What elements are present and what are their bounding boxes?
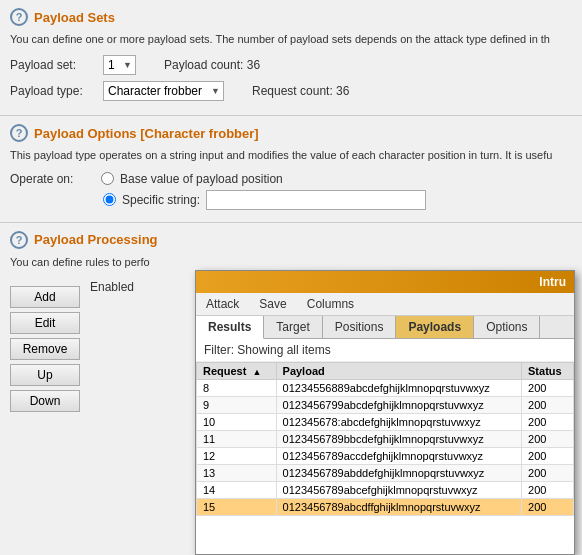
tab-target[interactable]: Target: [264, 316, 322, 338]
cell-payload: 01234556889abcdefghijklmnopqrstuvwxyz: [276, 380, 521, 397]
cell-request: 14: [197, 482, 277, 499]
tab-positions[interactable]: Positions: [323, 316, 397, 338]
cell-payload: 0123456799abcdefghijklmnopqrstuvwxyz: [276, 397, 521, 414]
base-value-radio[interactable]: [101, 172, 114, 185]
payload-processing-title: Payload Processing: [34, 232, 158, 247]
specific-string-radio[interactable]: [103, 193, 116, 206]
down-button[interactable]: Down: [10, 390, 80, 412]
menu-save[interactable]: Save: [255, 295, 290, 313]
payload-count-label: Payload count: 36: [164, 58, 260, 72]
up-button[interactable]: Up: [10, 364, 80, 386]
payload-set-label: Payload set:: [10, 58, 95, 72]
specific-string-input[interactable]: 789abcdefghijklmnopqrstuvwxyz: [206, 190, 426, 210]
tab-results[interactable]: Results: [196, 316, 264, 339]
cell-status: 200: [522, 448, 574, 465]
table-row[interactable]: 110123456789bbcdefghijklmnopqrstuvwxyz20…: [197, 431, 574, 448]
table-row[interactable]: 801234556889abcdefghijklmnopqrstuvwxyz20…: [197, 380, 574, 397]
payload-sets-title: Payload Sets: [34, 10, 115, 25]
cell-status: 200: [522, 465, 574, 482]
cell-request: 8: [197, 380, 277, 397]
menu-attack[interactable]: Attack: [202, 295, 243, 313]
payload-set-select[interactable]: 1: [103, 55, 136, 75]
request-count-label: Request count: 36: [252, 84, 349, 98]
cell-status: 200: [522, 482, 574, 499]
table-row[interactable]: 90123456799abcdefghijklmnopqrstuvwxyz200: [197, 397, 574, 414]
tab-payloads[interactable]: Payloads: [396, 316, 474, 338]
payload-type-select-wrapper[interactable]: Character frobber: [103, 81, 224, 101]
cell-status: 200: [522, 499, 574, 516]
tab-options[interactable]: Options: [474, 316, 540, 338]
cell-status: 200: [522, 380, 574, 397]
filter-bar: Filter: Showing all items: [196, 339, 574, 362]
cell-request: 10: [197, 414, 277, 431]
processing-buttons: Add Edit Remove Up Down: [10, 286, 80, 412]
payload-options-header: ? Payload Options [Character frobber]: [10, 124, 572, 142]
cell-request: 11: [197, 431, 277, 448]
menu-columns[interactable]: Columns: [303, 295, 358, 313]
specific-string-label: Specific string:: [122, 193, 200, 207]
overlay-menubar: Attack Save Columns: [196, 293, 574, 316]
col-request[interactable]: Request ▲: [197, 363, 277, 380]
table-header-row: Request ▲ Payload Status: [197, 363, 574, 380]
payload-options-title: Payload Options [Character frobber]: [34, 126, 259, 141]
payload-sets-help-icon[interactable]: ?: [10, 8, 28, 26]
add-button[interactable]: Add: [10, 286, 80, 308]
payload-options-section: ? Payload Options [Character frobber] Th…: [0, 116, 582, 222]
operate-on-row: Operate on: Base value of payload positi…: [10, 172, 572, 186]
payload-options-desc: This payload type operates on a string i…: [10, 148, 572, 163]
table-row[interactable]: 120123456789accdefghijklmnopqrstuvwxyz20…: [197, 448, 574, 465]
payload-sets-desc: You can define one or more payload sets.…: [10, 32, 572, 47]
cell-payload: 0123456789bbcdefghijklmnopqrstuvwxyz: [276, 431, 521, 448]
cell-status: 200: [522, 414, 574, 431]
payload-options-help-icon[interactable]: ?: [10, 124, 28, 142]
payload-processing-desc: You can define rules to perfo: [10, 255, 572, 270]
payload-set-row: Payload set: 1 Payload count: 36: [10, 55, 572, 75]
col-payload[interactable]: Payload: [276, 363, 521, 380]
payload-set-select-wrapper[interactable]: 1: [103, 55, 136, 75]
base-value-label: Base value of payload position: [120, 172, 283, 186]
payload-sets-header: ? Payload Sets: [10, 8, 572, 26]
overlay-titlebar: Intru: [196, 271, 574, 293]
edit-button[interactable]: Edit: [10, 312, 80, 334]
cell-payload: 012345678:abcdefghijklmnopqrstuvwxyz: [276, 414, 521, 431]
table-row[interactable]: 130123456789abddefghijklmnopqrstuvwxyz20…: [197, 465, 574, 482]
cell-request: 9: [197, 397, 277, 414]
table-row[interactable]: 140123456789abcefghijklmnopqrstuvwxyz200: [197, 482, 574, 499]
cell-request: 13: [197, 465, 277, 482]
main-panel: ? Payload Sets You can define one or mor…: [0, 0, 582, 555]
results-table-container[interactable]: Request ▲ Payload Status 801234556889abc…: [196, 362, 574, 537]
cell-request: 12: [197, 448, 277, 465]
specific-string-row: Specific string: 789abcdefghijklmnopqrst…: [103, 190, 572, 210]
cell-status: 200: [522, 397, 574, 414]
payload-processing-header: ? Payload Processing: [10, 231, 572, 249]
table-row[interactable]: 150123456789abcdffghijklmnopqrstuvwxyz20…: [197, 499, 574, 516]
overlay-title: Intru: [539, 275, 566, 289]
col-status[interactable]: Status: [522, 363, 574, 380]
cell-payload: 0123456789abcefghijklmnopqrstuvwxyz: [276, 482, 521, 499]
cell-status: 200: [522, 431, 574, 448]
results-table: Request ▲ Payload Status 801234556889abc…: [196, 362, 574, 516]
operate-on-label: Operate on:: [10, 172, 95, 186]
sort-arrow: ▲: [252, 367, 261, 377]
payload-type-row: Payload type: Character frobber Request …: [10, 81, 572, 101]
payload-type-select[interactable]: Character frobber: [103, 81, 224, 101]
cell-payload: 0123456789accdefghijklmnopqrstuvwxyz: [276, 448, 521, 465]
overlay-tabs: Results Target Positions Payloads Option…: [196, 316, 574, 339]
cell-payload: 0123456789abddefghijklmnopqrstuvwxyz: [276, 465, 521, 482]
results-tbody: 801234556889abcdefghijklmnopqrstuvwxyz20…: [197, 380, 574, 516]
payload-type-label: Payload type:: [10, 84, 95, 98]
cell-payload: 0123456789abcdffghijklmnopqrstuvwxyz: [276, 499, 521, 516]
table-row[interactable]: 10012345678:abcdefghijklmnopqrstuvwxyz20…: [197, 414, 574, 431]
cell-request: 15: [197, 499, 277, 516]
remove-button[interactable]: Remove: [10, 338, 80, 360]
payload-processing-help-icon[interactable]: ?: [10, 231, 28, 249]
payload-sets-section: ? Payload Sets You can define one or mor…: [0, 0, 582, 116]
overlay-window: Intru Attack Save Columns Results Target…: [195, 270, 575, 555]
